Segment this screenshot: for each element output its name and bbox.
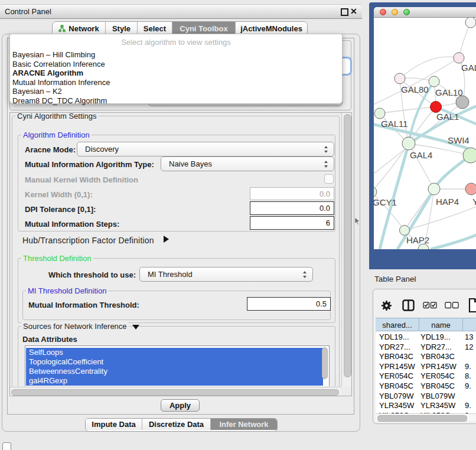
table-hscrollbar-thumb[interactable] (377, 415, 467, 422)
node-gal7[interactable] (454, 53, 464, 63)
table-cell[interactable]: YLR345W (420, 401, 455, 410)
aracne-mode-combobox[interactable]: Discovery (77, 142, 334, 156)
column-header-partial[interactable] (463, 318, 476, 331)
dropdown-item[interactable]: Mutual Information Inference (10, 78, 342, 87)
which-threshold-combobox[interactable]: MI Threshold (139, 267, 313, 282)
data-attributes-list[interactable]: SelfLoops TopologicalCoefficient Between… (25, 345, 330, 386)
tab-infer-network[interactable]: Infer Network (211, 419, 277, 430)
table-panel-title: Table Panel (374, 275, 416, 283)
table-cell[interactable]: YER054C (379, 371, 413, 380)
panel-title: Control Panel (5, 7, 51, 16)
aracne-mode-value: Discovery (85, 145, 119, 154)
table-cell[interactable]: 12 (465, 343, 473, 351)
table-cell[interactable]: YDL19... (420, 332, 451, 341)
svg-text:HAP4: HAP4 (436, 197, 459, 207)
horizontal-scrollbar-thumb[interactable] (11, 389, 339, 396)
table-cell[interactable]: YPR145W (379, 362, 415, 371)
mi-threshold-title: MI Threshold Definition (26, 286, 108, 295)
apply-button[interactable]: Apply (161, 399, 200, 412)
algorithm-dropdown: Select algorithm to view settings Bayesi… (9, 34, 343, 104)
mi-steps-label: Mutual Information Steps: (25, 220, 119, 229)
dropdown-item[interactable]: Bayesian – Hill Climbing (10, 50, 342, 60)
float-window-icon[interactable] (341, 8, 348, 16)
node-gal11[interactable] (374, 108, 385, 119)
svg-text:GAL10: GAL10 (435, 87, 463, 97)
node-hap4[interactable] (428, 183, 440, 195)
minimized-panel-icon[interactable] (2, 442, 11, 450)
node-gal1[interactable] (431, 102, 442, 113)
close-traffic-light[interactable] (380, 9, 386, 15)
table-horizontal-scrollbar[interactable] (376, 413, 476, 421)
vertical-scrollbar-thumb[interactable] (344, 114, 351, 377)
expand-arrow-icon[interactable] (164, 236, 169, 243)
minimize-traffic-light[interactable] (392, 9, 398, 15)
node-gcy1[interactable] (374, 187, 377, 197)
show-columns-icon[interactable] (423, 302, 437, 309)
dropdown-item[interactable]: Dream8 DC_TDC Algorithm (10, 96, 342, 106)
node-gray[interactable] (456, 96, 469, 109)
new-table-icon[interactable] (468, 298, 476, 313)
list-item[interactable]: BetweennessCentrality (26, 367, 323, 376)
table-cell[interactable]: YBR043C (379, 352, 413, 361)
node-gal80[interactable] (395, 73, 405, 84)
table-cell[interactable]: YDR27... (420, 343, 452, 351)
table-cell[interactable]: YBL079W (379, 392, 414, 400)
table-cell[interactable]: YLR345W (379, 401, 414, 410)
collapse-arrow-icon[interactable] (132, 325, 139, 330)
tab-select-label: Select (144, 24, 166, 33)
table-cell[interactable]: 9. (465, 381, 471, 390)
mi-threshold-input[interactable]: 0.5 (247, 297, 331, 311)
table-cell[interactable]: YBR043C (420, 352, 455, 361)
tab-impute-data[interactable]: Impute Data (86, 419, 142, 430)
table-cell[interactable]: 8. (465, 371, 471, 380)
table-cell[interactable]: YPR145W (420, 362, 457, 371)
node-gal10[interactable] (429, 76, 439, 87)
control-panel-titlebar[interactable]: Control Panel ✕ (0, 4, 362, 19)
table-cell[interactable]: YER054C (420, 371, 455, 380)
tab-discretize-data[interactable]: Discretize Data (142, 419, 211, 430)
node[interactable] (465, 18, 476, 28)
table-cell[interactable]: 9. (465, 362, 471, 371)
table-cell[interactable]: YDR27... (379, 343, 410, 351)
mi-type-combobox[interactable]: Naive Bayes (161, 156, 334, 171)
close-icon[interactable]: ✕ (350, 6, 357, 16)
manual-kernel-checkbox[interactable] (324, 174, 334, 184)
settings-horizontal-scrollbar[interactable] (10, 387, 341, 396)
settings-vertical-scrollbar[interactable] (341, 113, 351, 387)
svg-text:SWI4: SWI4 (448, 135, 470, 145)
dropdown-item[interactable]: Bayesian – K2 (10, 87, 342, 96)
column-header-name[interactable]: name (419, 318, 463, 331)
list-item[interactable]: TopologicalCoefficient (26, 357, 323, 367)
hide-columns-icon[interactable] (445, 302, 459, 309)
table-cell[interactable]: YBR045C (420, 381, 455, 390)
zoom-traffic-light[interactable] (403, 9, 410, 15)
table-cell[interactable]: YBL079W (420, 392, 455, 400)
table-cell[interactable]: YDL19... (379, 332, 409, 341)
gear-icon[interactable] (381, 300, 392, 311)
bottom-tabs: Impute Data Discretize Data Infer Networ… (85, 418, 278, 432)
svg-text:GAL11: GAL11 (381, 119, 408, 129)
table-cell[interactable]: YBR045C (379, 381, 413, 390)
mi-type-label: Mutual Information Algorithm Type: (25, 160, 154, 169)
table-cell[interactable]: 13 (465, 332, 473, 341)
tab-jactivemnodules-label: jActiveMNodules (240, 24, 302, 33)
list-vertical-scrollbar[interactable] (322, 347, 328, 379)
network-window-titlebar[interactable] (374, 7, 476, 18)
node-gal4[interactable] (402, 137, 415, 150)
mi-steps-input[interactable]: 6 (250, 216, 334, 230)
network-canvas[interactable]: GAL7 GAL80 GAL10 GAL1 GAL11 GAL4 SWI4 GC… (374, 18, 476, 249)
columns-icon[interactable] (402, 299, 415, 311)
list-item[interactable]: gal4RGexp (26, 376, 323, 386)
dpi-tolerance-input[interactable]: 0.0 (250, 201, 334, 215)
list-item[interactable]: SelfLoops (26, 348, 323, 357)
dropdown-item-selected[interactable]: ARACNE Algorithm (10, 69, 342, 78)
column-header-shared[interactable]: shared... (376, 318, 419, 331)
mi-threshold-label: Mutual Information Threshold: (28, 301, 139, 309)
node-swi4[interactable] (463, 148, 476, 163)
kernel-width-input[interactable]: 0.0 (250, 187, 334, 200)
table-cell[interactable]: 9. (465, 401, 471, 410)
node-y[interactable] (465, 183, 476, 195)
dropdown-item[interactable]: Basic Correlation Inference (10, 60, 342, 69)
node-hap2[interactable] (400, 226, 410, 236)
hub-definition-label[interactable]: Hub/Transcription Factor Definition (22, 236, 154, 245)
